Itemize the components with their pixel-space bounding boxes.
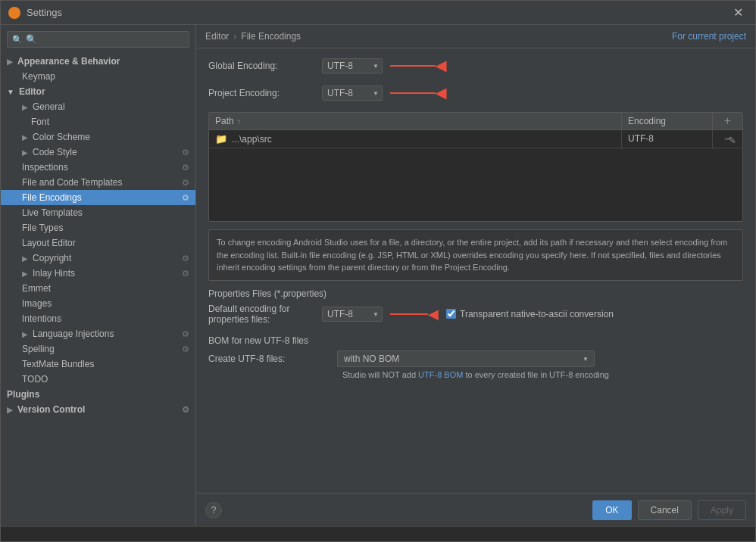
sidebar-item-images[interactable]: Images <box>1 296 195 311</box>
sidebar-item-inlay-hints[interactable]: ▶ Inlay Hints ⚙ <box>1 266 195 281</box>
sidebar-item-layout-editor[interactable]: Layout Editor <box>1 235 195 251</box>
col-encoding-header: Encoding <box>621 113 712 129</box>
sidebar-label: Inspections <box>22 162 68 173</box>
gear-icon: ⚙ <box>182 329 189 339</box>
sort-arrow-icon: ↑ <box>237 117 241 126</box>
transparent-checkbox[interactable] <box>446 309 456 319</box>
sidebar-label: Editor <box>19 86 45 97</box>
table-row[interactable]: 📁 ...\app\src UTF-8 − <box>209 130 742 148</box>
sidebar-item-copyright[interactable]: ▶ Copyright ⚙ <box>1 251 195 266</box>
studio-note: Studio will NOT add UTF-8 BOM to every c… <box>208 370 743 379</box>
transparent-checkbox-label[interactable]: Transparent native-to-ascii conversion <box>446 309 614 319</box>
sidebar-label: Font <box>31 117 49 127</box>
for-current-project-link[interactable]: For current project <box>672 31 746 42</box>
properties-encoding-select[interactable]: UTF-8 <box>322 307 383 322</box>
close-button[interactable]: ✕ <box>729 4 748 21</box>
sidebar-item-editor[interactable]: ▼ Editor <box>1 84 195 99</box>
sidebar-item-textmate-bundles[interactable]: TextMate Bundles <box>1 357 195 372</box>
sidebar-label: File Encodings <box>22 192 82 203</box>
titlebar: Settings ✕ <box>1 1 755 25</box>
sidebar-item-todo[interactable]: TODO <box>1 372 195 387</box>
sidebar-label: Color Scheme <box>33 132 90 142</box>
sidebar-item-keymap[interactable]: Keymap <box>1 69 195 84</box>
cancel-button[interactable]: Cancel <box>638 500 692 520</box>
search-icon: 🔍 <box>12 35 23 45</box>
search-input[interactable] <box>26 34 184 45</box>
ok-button[interactable]: OK <box>592 500 631 520</box>
project-encoding-select[interactable]: UTF-8 <box>322 86 383 101</box>
global-encoding-select-wrapper: UTF-8 <box>322 58 383 73</box>
breadcrumb-editor: Editor <box>205 31 229 42</box>
sidebar-label: Appearance & Behavior <box>17 56 120 67</box>
sidebar-item-live-templates[interactable]: Live Templates <box>1 205 195 220</box>
sidebar-item-version-control[interactable]: ▶ Version Control ⚙ <box>1 402 195 417</box>
default-encoding-label: Default encoding for properties files: <box>208 304 314 325</box>
sidebar-item-color-scheme[interactable]: ▶ Color Scheme <box>1 129 195 145</box>
app-icon <box>8 7 20 19</box>
sidebar-item-file-types[interactable]: File Types <box>1 220 195 235</box>
arrow-icon: ▶ <box>7 58 13 66</box>
sidebar-label: Inlay Hints <box>33 268 75 279</box>
arrow-icon: ▶ <box>22 103 28 111</box>
arrow-icon: ▶ <box>22 254 28 263</box>
gear-icon: ⚙ <box>182 269 189 279</box>
properties-encoding-select-wrapper: UTF-8 <box>322 307 383 322</box>
sidebar-label: TODO <box>22 374 48 385</box>
bom-select[interactable]: with NO BOM with BOM <box>337 350 595 367</box>
content-area: 🔍 ▶ Appearance & Behavior Keymap ▼ Edito… <box>1 25 755 526</box>
gear-icon: ⚙ <box>182 163 189 173</box>
col-actions-header: + <box>712 113 742 129</box>
sidebar-label: TextMate Bundles <box>22 359 94 369</box>
sidebar-item-inspections[interactable]: Inspections ⚙ <box>1 160 195 175</box>
col-path-header[interactable]: Path ↑ <box>209 113 621 129</box>
gear-icon: ⚙ <box>182 193 189 203</box>
sidebar-item-spelling[interactable]: Spelling ⚙ <box>1 341 195 357</box>
properties-row: Default encoding for properties files: U… <box>208 304 743 325</box>
folder-icon: 📁 <box>215 133 227 145</box>
add-row-button[interactable]: + <box>720 113 736 129</box>
sidebar-item-intentions[interactable]: Intentions <box>1 311 195 326</box>
bottom-bar: ? OK Cancel Apply <box>196 493 755 526</box>
edit-row-button[interactable]: ✎ <box>723 133 741 148</box>
encoding-table: Path ↑ Encoding + 📁 <box>208 112 743 222</box>
sidebar-label: Emmet <box>22 283 51 294</box>
sidebar-label: Code Style <box>33 147 77 157</box>
sidebar-label: Keymap <box>22 71 55 82</box>
sidebar-item-general[interactable]: ▶ General <box>1 99 195 114</box>
arrow-icon: ▶ <box>22 133 28 142</box>
sidebar-item-plugins[interactable]: Plugins <box>1 387 195 402</box>
search-box[interactable]: 🔍 <box>7 31 189 48</box>
sidebar-item-file-encodings[interactable]: File Encodings ⚙ <box>1 190 195 205</box>
sidebar-item-appearance[interactable]: ▶ Appearance & Behavior <box>1 54 195 69</box>
annotation-arrow-properties: ◀ <box>390 306 439 322</box>
bom-select-wrapper: with NO BOM with BOM <box>337 350 595 367</box>
sidebar-item-language-injections[interactable]: ▶ Language Injections ⚙ <box>1 326 195 341</box>
side-actions: ✎ <box>722 132 742 149</box>
properties-section-title: Properties Files (*.properties) <box>208 288 743 299</box>
utf8-bom-link[interactable]: UTF-8 BOM <box>418 370 463 379</box>
sidebar-label: File and Code Templates <box>22 177 123 188</box>
sidebar-item-code-style[interactable]: ▶ Code Style ⚙ <box>1 145 195 160</box>
sidebar-label: Layout Editor <box>22 238 76 248</box>
row-path: 📁 ...\app\src <box>209 130 621 148</box>
arrow-icon: ▶ <box>7 406 13 414</box>
breadcrumb-file-encodings: File Encodings <box>241 31 301 42</box>
sidebar-label: File Types <box>22 223 63 233</box>
apply-button[interactable]: Apply <box>698 500 746 520</box>
note-text: Studio will NOT add <box>342 370 416 379</box>
global-encoding-select[interactable]: UTF-8 <box>322 58 383 73</box>
sidebar-label: Spelling <box>22 344 55 354</box>
sidebar-item-font[interactable]: Font <box>1 114 195 129</box>
sidebar-item-emmet[interactable]: Emmet <box>1 281 195 296</box>
gear-icon: ⚙ <box>182 344 189 354</box>
arrow-icon: ▶ <box>22 148 28 157</box>
window-title: Settings <box>27 7 729 18</box>
main-panel: Editor › File Encodings For current proj… <box>196 25 755 526</box>
sidebar: 🔍 ▶ Appearance & Behavior Keymap ▼ Edito… <box>1 25 196 526</box>
sidebar-item-file-code-templates[interactable]: File and Code Templates ⚙ <box>1 175 195 190</box>
sidebar-label: Language Injections <box>33 329 114 339</box>
sidebar-label: Plugins <box>7 389 39 400</box>
properties-section: Properties Files (*.properties) Default … <box>208 288 743 325</box>
global-encoding-label: Global Encoding: <box>208 61 314 71</box>
help-button[interactable]: ? <box>205 502 222 519</box>
